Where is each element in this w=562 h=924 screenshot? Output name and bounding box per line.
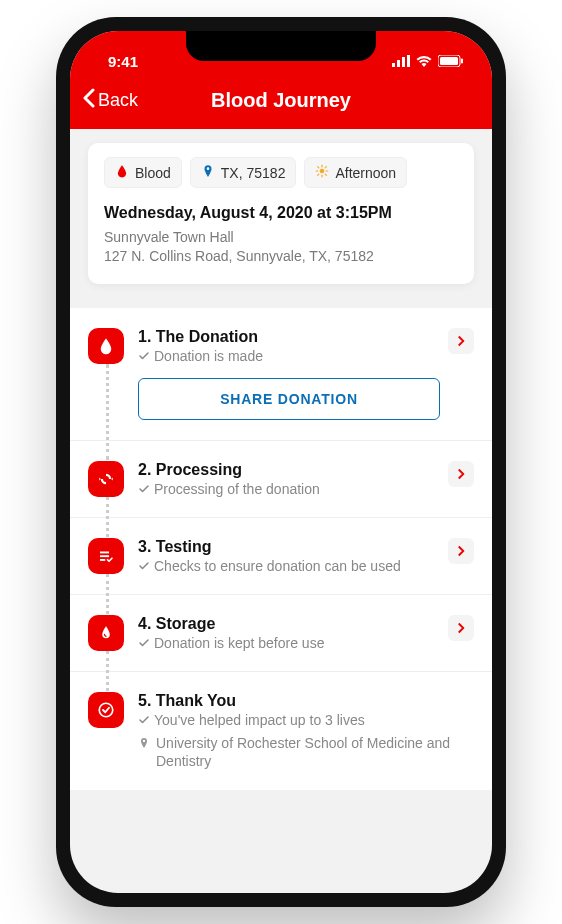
pin-icon [138, 736, 150, 750]
chevron-right-icon [457, 545, 465, 557]
chevron-left-icon [82, 88, 96, 113]
timeline-connector [106, 497, 109, 537]
blood-drop-icon [115, 164, 129, 181]
testing-icon [88, 538, 124, 574]
check-icon [138, 483, 150, 495]
expand-step-button[interactable] [448, 461, 474, 487]
svg-rect-19 [100, 559, 105, 561]
step-subtitle: Checks to ensure donation can be used [138, 558, 440, 574]
step-title: 5. Thank You [138, 692, 474, 710]
storage-icon [88, 615, 124, 651]
step-title: 4. Storage [138, 615, 440, 633]
step-storage: 4. Storage Donation is kept before use [70, 595, 492, 672]
chip-row: Blood TX, 75182 Afternoon [104, 157, 458, 188]
step-body: 3. Testing Checks to ensure donation can… [124, 538, 440, 574]
signal-icon [392, 53, 410, 70]
check-icon [138, 350, 150, 362]
step-title: 2. Processing [138, 461, 440, 479]
svg-point-8 [320, 169, 325, 174]
phone-notch [186, 31, 376, 61]
svg-line-15 [318, 174, 319, 175]
step-subtitle: Donation is kept before use [138, 635, 440, 651]
chip-blood[interactable]: Blood [104, 157, 182, 188]
step-subtitle: You've helped impact up to 3 lives [138, 712, 474, 728]
svg-rect-3 [407, 55, 410, 67]
check-icon [138, 637, 150, 649]
chevron-right-icon [457, 622, 465, 634]
step-location: University of Rochester School of Medici… [138, 734, 474, 770]
chip-time[interactable]: Afternoon [304, 157, 407, 188]
timeline-connector [106, 574, 109, 614]
step-subtitle: Processing of the donation [138, 481, 440, 497]
battery-icon [438, 53, 464, 70]
step-subtitle: Donation is made [138, 348, 440, 364]
svg-rect-0 [392, 63, 395, 67]
wifi-icon [416, 53, 432, 70]
step-body: 4. Storage Donation is kept before use [124, 615, 440, 651]
svg-point-7 [206, 167, 209, 170]
step-body: 2. Processing Processing of the donation [124, 461, 440, 497]
status-time: 9:41 [98, 53, 138, 70]
nav-bar: Back Blood Journey [70, 77, 492, 129]
chip-location-label: TX, 75182 [221, 165, 286, 181]
svg-rect-6 [461, 58, 463, 63]
appointment-card: Blood TX, 75182 Afternoon [88, 143, 474, 284]
svg-rect-1 [397, 60, 400, 67]
sun-icon [315, 164, 329, 181]
check-icon [138, 714, 150, 726]
appointment-datetime: Wednesday, August 4, 2020 at 3:15PM [104, 204, 458, 222]
appointment-address: 127 N. Collins Road, Sunnyvale, TX, 7518… [104, 247, 458, 266]
timeline-connector [106, 364, 109, 460]
chevron-right-icon [457, 335, 465, 347]
donation-icon [88, 328, 124, 364]
expand-step-button[interactable] [448, 538, 474, 564]
check-icon [138, 560, 150, 572]
step-donation: 1. The Donation Donation is made SHARE D… [70, 308, 492, 441]
svg-rect-17 [100, 551, 109, 553]
svg-line-16 [326, 167, 327, 168]
step-body: 5. Thank You You've helped impact up to … [124, 692, 474, 770]
status-indicators [392, 53, 464, 70]
step-processing: 2. Processing Processing of the donation [70, 441, 492, 518]
back-label: Back [98, 90, 138, 111]
step-title: 1. The Donation [138, 328, 440, 346]
expand-step-button[interactable] [448, 328, 474, 354]
svg-line-14 [326, 174, 327, 175]
appointment-venue: Sunnyvale Town Hall [104, 228, 458, 247]
back-button[interactable]: Back [82, 88, 138, 113]
thankyou-icon [88, 692, 124, 728]
app-screen: 9:41 [70, 31, 492, 893]
chip-location[interactable]: TX, 75182 [190, 157, 297, 188]
processing-icon [88, 461, 124, 497]
share-donation-button[interactable]: SHARE DONATION [138, 378, 440, 420]
phone-bezel: 9:41 [70, 31, 492, 893]
expand-step-button[interactable] [448, 615, 474, 641]
step-thankyou: 5. Thank You You've helped impact up to … [70, 672, 492, 790]
phone-frame: 9:41 [56, 17, 506, 907]
step-title: 3. Testing [138, 538, 440, 556]
svg-line-13 [318, 167, 319, 168]
svg-rect-18 [100, 555, 109, 557]
svg-rect-5 [440, 57, 458, 65]
svg-point-21 [143, 740, 145, 742]
chevron-right-icon [457, 468, 465, 480]
timeline-connector [106, 651, 109, 691]
step-body: 1. The Donation Donation is made SHARE D… [124, 328, 440, 420]
journey-timeline: 1. The Donation Donation is made SHARE D… [70, 308, 492, 790]
step-testing: 3. Testing Checks to ensure donation can… [70, 518, 492, 595]
svg-rect-2 [402, 57, 405, 67]
chip-blood-label: Blood [135, 165, 171, 181]
chip-time-label: Afternoon [335, 165, 396, 181]
pin-icon [201, 164, 215, 181]
